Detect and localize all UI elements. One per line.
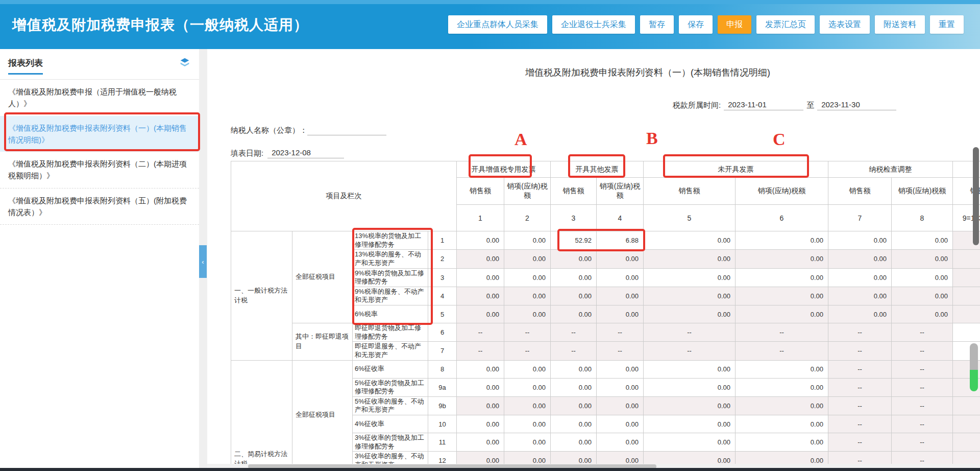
- cell-row8-col2[interactable]: 0.00: [504, 360, 551, 378]
- cell-row2-col7[interactable]: 0.00: [828, 250, 892, 268]
- cell-row5-col1[interactable]: 0.00: [457, 305, 504, 323]
- cell-row3-col5[interactable]: 0.00: [644, 268, 736, 287]
- cell-row11-col6[interactable]: 0.00: [736, 433, 828, 452]
- cell-row1-col2[interactable]: 0.00: [504, 231, 551, 250]
- sidebar-item-appendix2[interactable]: 《增值税及附加税费申报表附列资料（二）(本期进项税额明细）》: [0, 152, 199, 189]
- cell-row9a-col4[interactable]: 0.00: [597, 378, 644, 396]
- subheader-tax-4: 销项(应纳)税额: [892, 178, 953, 205]
- cell-row9a-col6[interactable]: 0.00: [736, 378, 828, 396]
- cell-row5-col2[interactable]: 0.00: [504, 305, 551, 323]
- declare-button[interactable]: 申报: [718, 15, 751, 34]
- cell-row4-col4[interactable]: 0.00: [597, 287, 644, 305]
- veteran-collect-button[interactable]: 企业退役士兵采集: [552, 15, 635, 34]
- cell-row1-col1[interactable]: 0.00: [457, 231, 504, 250]
- cell-row8-col3[interactable]: 0.00: [551, 360, 597, 378]
- sidebar-item-main-return[interactable]: 《增值税及附加税费申报（适用于增值税一般纳税人）》: [0, 80, 199, 116]
- scroll-progress-grey: [970, 343, 978, 370]
- cell-row3-col6[interactable]: 0.00: [736, 268, 828, 287]
- cell-row8-col1[interactable]: 0.00: [457, 360, 504, 378]
- cell-row4-col1[interactable]: 0.00: [457, 287, 504, 305]
- sidebar-item-appendix5[interactable]: 《增值税及附加税费申报表附列资料（五）(附加税费情况表）》: [0, 189, 199, 225]
- cell-row9a-col2[interactable]: 0.00: [504, 378, 551, 396]
- reset-button[interactable]: 重置: [930, 15, 964, 34]
- layers-icon[interactable]: [180, 57, 190, 67]
- cell-row4-col8[interactable]: 0.00: [892, 287, 953, 305]
- cell-row2-col5[interactable]: 0.00: [644, 250, 736, 268]
- cell-row11-col3[interactable]: 0.00: [551, 433, 597, 452]
- sidebar-item-appendix1-selected[interactable]: 《增值税及附加税费申报表附列资料（一）(本期销售情况明细)》: [0, 116, 199, 152]
- colnum-3: 3: [551, 205, 597, 231]
- cell-row3-col4[interactable]: 0.00: [597, 268, 644, 287]
- key-group-collect-button[interactable]: 企业重点群体人员采集: [448, 15, 547, 34]
- cell-row5-col6[interactable]: 0.00: [736, 305, 828, 323]
- cell-row2-col6[interactable]: 0.00: [736, 250, 828, 268]
- cell-row5-col4[interactable]: 0.00: [597, 305, 644, 323]
- cell-row2-col1[interactable]: 0.00: [457, 250, 504, 268]
- header-group-row: 项目及栏次 开具增值税专用发票 开具其他发票 未开具发票 纳税检查调整: [231, 161, 980, 178]
- subheader-sales-1: 销售额: [457, 178, 504, 205]
- save-button[interactable]: 保存: [679, 15, 713, 34]
- cell-row10-col6[interactable]: 0.00: [736, 415, 828, 433]
- rowgroup-simple-method: 二、简易计税方法计税: [231, 360, 292, 470]
- cell-row3-col2[interactable]: 0.00: [504, 268, 551, 287]
- cell-row3-col8[interactable]: 0.00: [892, 268, 953, 287]
- cell-row11-col2[interactable]: 0.00: [504, 433, 551, 452]
- cell-row1-col4[interactable]: 6.88: [597, 231, 644, 250]
- invoice-summary-button[interactable]: 发票汇总页: [756, 15, 815, 34]
- cell-row9b-col6[interactable]: 0.00: [736, 396, 828, 415]
- attachments-button[interactable]: 附送资料: [875, 15, 925, 34]
- table-select-settings-button[interactable]: 选表设置: [820, 15, 870, 34]
- toolbar: 企业重点群体人员采集 企业退役士兵采集 暂存 保存 申报 发票汇总页 选表设置 …: [448, 15, 964, 34]
- cell-row8-col4[interactable]: 0.00: [597, 360, 644, 378]
- cell-row9b-col5[interactable]: 0.00: [644, 396, 736, 415]
- taxpayer-name-row: 纳税人名称（公章）：: [231, 125, 386, 135]
- cell-row5-col8[interactable]: 0.00: [892, 305, 953, 323]
- cell-row10-col2[interactable]: 0.00: [504, 415, 551, 433]
- cell-row10-col1[interactable]: 0.00: [457, 415, 504, 433]
- cell-row9a-col1[interactable]: 0.00: [457, 378, 504, 396]
- vertical-scrollbar-thumb[interactable]: [973, 147, 979, 245]
- cell-row2-col4[interactable]: 0.00: [597, 250, 644, 268]
- cell-row5-col3[interactable]: 0.00: [551, 305, 597, 323]
- cell-row9a-col5[interactable]: 0.00: [644, 378, 736, 396]
- cell-row9b-col3[interactable]: 0.00: [551, 396, 597, 415]
- cell-row10-col5[interactable]: 0.00: [644, 415, 736, 433]
- cell-row11-col5[interactable]: 0.00: [644, 433, 736, 452]
- cell-row9a-col3[interactable]: 0.00: [551, 378, 597, 396]
- temp-save-button[interactable]: 暂存: [640, 15, 674, 34]
- cell-row9b-col4[interactable]: 0.00: [597, 396, 644, 415]
- cell-row11-col4[interactable]: 0.00: [597, 433, 644, 452]
- cell-row8-col6[interactable]: 0.00: [736, 360, 828, 378]
- cell-row1-col3[interactable]: 52.92: [551, 231, 597, 250]
- sidebar-collapse-handle[interactable]: ‹: [199, 245, 207, 278]
- fill-date-field[interactable]: 2023-12-08: [267, 148, 344, 158]
- cell-row4-col3[interactable]: 0.00: [551, 287, 597, 305]
- taxpayer-name-field[interactable]: [307, 125, 386, 135]
- cell-row10-col3[interactable]: 0.00: [551, 415, 597, 433]
- cell-row9b-col1[interactable]: 0.00: [457, 396, 504, 415]
- cell-row4-col6[interactable]: 0.00: [736, 287, 828, 305]
- cell-row4-col7[interactable]: 0.00: [828, 287, 892, 305]
- cell-row10-col4[interactable]: 0.00: [597, 415, 644, 433]
- cell-row11-col1[interactable]: 0.00: [457, 433, 504, 452]
- scroll-progress-indicator[interactable]: [970, 343, 978, 391]
- cell-row2-col8[interactable]: 0.00: [892, 250, 953, 268]
- cell-row1-col5[interactable]: 0.00: [644, 231, 736, 250]
- tax-period-start-field[interactable]: 2023-11-01: [724, 100, 803, 110]
- cell-row2-col3[interactable]: 0.00: [551, 250, 597, 268]
- cell-row1-col6[interactable]: 0.00: [736, 231, 828, 250]
- cell-row8-col5[interactable]: 0.00: [644, 360, 736, 378]
- cell-row1-col7[interactable]: 0.00: [828, 231, 892, 250]
- cell-row5-col7[interactable]: 0.00: [828, 305, 892, 323]
- cell-row1-col8[interactable]: 0.00: [892, 231, 953, 250]
- cell-row4-col2[interactable]: 0.00: [504, 287, 551, 305]
- cell-row2-col2[interactable]: 0.00: [504, 250, 551, 268]
- tax-period-end-field[interactable]: 2023-11-30: [817, 100, 896, 110]
- cell-row9b-col2[interactable]: 0.00: [504, 396, 551, 415]
- cell-row3-col1[interactable]: 0.00: [457, 268, 504, 287]
- cell-row3-col7[interactable]: 0.00: [828, 268, 892, 287]
- cell-row5-col5[interactable]: 0.00: [644, 305, 736, 323]
- cell-row3-col3[interactable]: 0.00: [551, 268, 597, 287]
- rowgroup-refund-items: 其中：即征即退项目: [292, 323, 353, 361]
- cell-row4-col5[interactable]: 0.00: [644, 287, 736, 305]
